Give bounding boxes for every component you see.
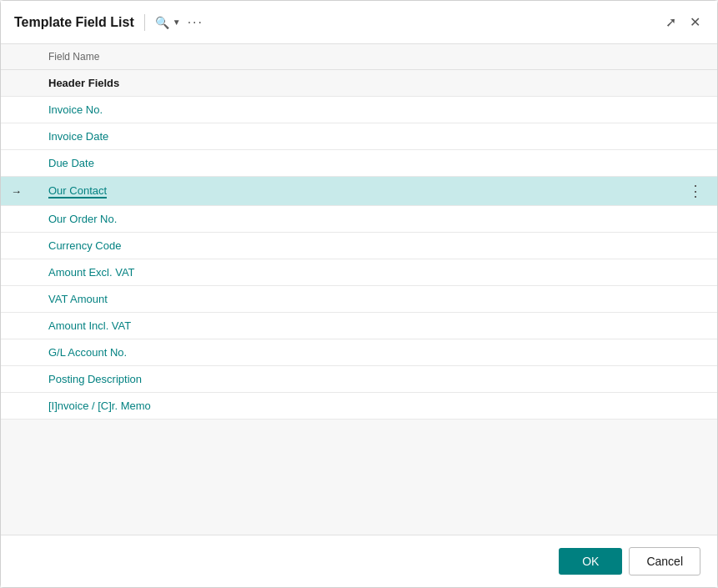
row-arrow-cell [1,393,35,420]
field-name-cell[interactable]: Posting Description [35,366,671,393]
row-arrow-cell [1,123,35,150]
row-arrow-cell [1,366,35,393]
field-list-table: Field Name Header Fields Invoice No.Invo… [1,44,717,420]
field-name-cell[interactable]: Our Order No. [35,206,671,233]
field-link[interactable]: [I]nvoice / [C]r. Memo [48,400,151,412]
chevron-down-icon: ▼ [173,18,181,27]
table-row[interactable]: Invoice Date [1,123,717,150]
row-more-cell [671,286,717,313]
ok-button[interactable]: OK [559,548,622,575]
row-arrow-cell [1,150,35,177]
field-name-cell[interactable]: Due Date [35,150,671,177]
field-link[interactable]: Invoice No. [48,103,103,116]
field-name-cell[interactable]: Invoice Date [35,123,671,150]
actions-col-header [671,44,717,70]
table-row[interactable]: Due Date [1,150,717,177]
header-search-area[interactable]: 🔍 ▼ [155,16,181,29]
field-name-cell[interactable]: [I]nvoice / [C]r. Memo [35,393,671,420]
expand-button[interactable]: ➚ [662,11,680,33]
row-arrow-cell [1,233,35,259]
more-options-icon[interactable]: ··· [188,15,203,30]
table-row[interactable]: Our Order No. [1,206,717,233]
table-row[interactable]: →Our Contact⋮ [1,177,717,206]
search-icon: 🔍 [155,16,169,29]
table-row[interactable]: Currency Code [1,233,717,259]
row-arrow-cell [1,339,35,366]
table-row[interactable]: [I]nvoice / [C]r. Memo [1,393,717,420]
field-name-cell[interactable]: Amount Incl. VAT [35,313,671,339]
row-more-cell: ⋮ [671,177,717,206]
row-arrow-cell [1,313,35,339]
dialog-header: Template Field List 🔍 ▼ ··· ➚ ✕ [1,1,717,44]
row-more-cell [671,97,717,123]
field-link[interactable]: Invoice Date [48,130,108,143]
table-row[interactable]: Posting Description [1,366,717,393]
field-name-cell[interactable]: Our Contact [35,177,671,206]
table-row[interactable]: Invoice No. [1,97,717,123]
row-more-button[interactable]: ⋮ [685,183,707,199]
row-arrow-cell [1,286,35,313]
field-link[interactable]: G/L Account No. [48,346,127,359]
row-more-cell [671,393,717,420]
row-more-cell [671,313,717,339]
row-arrow-cell [1,206,35,233]
field-name-cell[interactable]: Currency Code [35,233,671,259]
field-name-cell[interactable]: Invoice No. [35,97,671,123]
row-more-cell [671,259,717,286]
group-header-label: Header Fields [35,70,717,97]
dialog-title: Template Field List [14,15,134,30]
field-link[interactable]: Currency Code [48,239,121,252]
field-link[interactable]: Our Order No. [48,213,117,225]
field-link[interactable]: Posting Description [48,373,142,385]
row-more-cell [671,206,717,233]
cancel-button[interactable]: Cancel [629,547,700,575]
header-divider [144,14,145,31]
field-name-col-header: Field Name [35,44,671,70]
row-more-cell [671,366,717,393]
close-button[interactable]: ✕ [686,11,704,33]
group-header-row: Header Fields [1,70,717,97]
field-link[interactable]: Amount Excl. VAT [48,266,135,279]
row-more-cell [671,339,717,366]
table-row[interactable]: VAT Amount [1,286,717,313]
row-arrow-cell [1,259,35,286]
table-row[interactable]: G/L Account No. [1,339,717,366]
header-actions: ➚ ✕ [662,11,704,33]
dialog-body: Field Name Header Fields Invoice No.Invo… [1,44,717,535]
field-link[interactable]: Our Contact [48,184,107,199]
row-more-cell [671,233,717,259]
template-field-list-dialog: Template Field List 🔍 ▼ ··· ➚ ✕ Field Na… [0,0,718,588]
field-link[interactable]: VAT Amount [48,293,108,305]
dialog-footer: OK Cancel [1,535,717,587]
field-name-cell[interactable]: Amount Excl. VAT [35,259,671,286]
table-row[interactable]: Amount Incl. VAT [1,313,717,339]
field-name-cell[interactable]: VAT Amount [35,286,671,313]
field-link[interactable]: Amount Incl. VAT [48,319,131,332]
field-link[interactable]: Due Date [48,157,94,169]
row-arrow-cell: → [1,177,35,206]
row-more-cell [671,123,717,150]
field-name-cell[interactable]: G/L Account No. [35,339,671,366]
row-arrow-cell [1,97,35,123]
table-row[interactable]: Amount Excl. VAT [1,259,717,286]
group-arrow-cell [1,70,35,97]
arrow-col-header [1,44,35,70]
row-more-cell [671,150,717,177]
